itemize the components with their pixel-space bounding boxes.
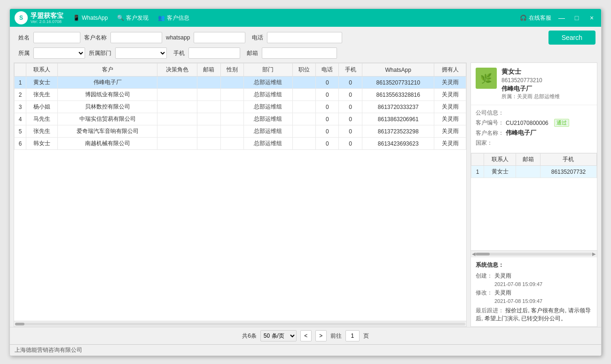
row-position (292, 101, 315, 113)
modified-label: 修改： (476, 289, 494, 297)
sidebar-scroll-track (476, 253, 592, 256)
sidebar-scrollbar[interactable]: ◀ ▶ (471, 250, 597, 257)
customer-name-input[interactable] (110, 32, 162, 43)
row-email (197, 125, 220, 138)
row-email (197, 138, 220, 150)
table-row[interactable]: 1 黄女士 伟峰电子厂 总部运维组 0 0 86135207731210 关灵雨 (15, 77, 466, 89)
whatsapp-label: whatsapp (166, 34, 190, 41)
modified-date: 2021-07-08 15:09:47 (494, 298, 592, 304)
customer-name-label: 客户名称 (84, 34, 107, 42)
contact-col-mobile: 手机 (540, 154, 596, 166)
row-gender (220, 77, 243, 89)
row-whatsapp: 86135207731210 (362, 77, 434, 89)
table-horizontal-scrollbar[interactable] (14, 321, 466, 326)
contact-sub-table: 联系人 邮箱 手机 1 黄女士 86135207732 (471, 153, 597, 178)
logo-area: S 孚盟获客宝 Ver: 2.0.16.0708 (15, 11, 63, 24)
table-row[interactable]: 6 韩女士 南越机械有限公司 总部运维组 0 0 8613423693623 关… (15, 138, 466, 150)
next-page-button[interactable]: > (315, 330, 327, 341)
row-dept: 总部运维组 (244, 77, 292, 89)
belong-select[interactable] (33, 47, 85, 59)
nav-customer-info[interactable]: 👥 客户信息 (158, 14, 189, 22)
row-customer[interactable]: 南越机械有限公司 (58, 138, 157, 150)
row-customer[interactable]: 伟峰电子厂 (58, 77, 157, 89)
minimize-button[interactable]: — (557, 13, 566, 23)
table-row[interactable]: 3 杨小姐 贝林数控有限公司 总部运维组 0 0 8613720333237 关… (15, 101, 466, 113)
row-phone: 0 (316, 138, 339, 150)
footer-area: 共6条 50 条/页 10 条/页 20 条/页 100 条/页 < > 前往 … (10, 327, 601, 344)
col-num (15, 63, 26, 77)
row-mobile: 0 (339, 89, 362, 101)
scroll-left-icon[interactable]: ◀ (472, 251, 476, 256)
table-row[interactable]: 2 张先生 博园纸业有限公司 总部运维组 0 0 86135563328816 … (15, 89, 466, 101)
row-position (292, 77, 315, 89)
mobile-input[interactable] (188, 47, 240, 59)
contact-name: 黄女士 (484, 166, 516, 178)
prev-page-button[interactable]: < (300, 330, 312, 341)
nav-whatsapp[interactable]: 📱 WhatsApp (73, 15, 108, 21)
app-title: 孚盟获客宝 (31, 12, 63, 20)
whatsapp-input[interactable] (194, 32, 245, 43)
nav-menu: 📱 WhatsApp 🔍 客户发现 👥 客户信息 (73, 14, 189, 22)
profile-dept: 所属：关灵雨 总部运维维 (501, 93, 592, 100)
company-info-title: 公司信息： (476, 109, 504, 117)
row-num: 4 (15, 113, 26, 125)
department-select[interactable] (115, 47, 167, 59)
table-row[interactable]: 4 马先生 中瑞实信贸易有限公司 总部运维组 0 0 8613863206961… (15, 113, 466, 125)
row-customer[interactable]: 爱奇瑞汽车音响有限公司 (58, 125, 157, 138)
row-role (157, 125, 197, 138)
row-mobile: 0 (339, 101, 362, 113)
created-label: 创建： (476, 272, 494, 280)
row-role (157, 113, 197, 125)
row-customer[interactable]: 贝林数控有限公司 (58, 101, 157, 113)
online-service[interactable]: 🎧 在线客服 (520, 14, 551, 22)
email-label: 邮箱 (244, 49, 258, 57)
contact-table-row[interactable]: 1 黄女士 86135207732 (471, 166, 597, 178)
scroll-thumb (15, 323, 24, 325)
sidebar: 🌿 黄女士 8613520773210 伟峰电子厂 所属：关灵雨 总部运维维 公… (470, 62, 597, 327)
row-email (197, 89, 220, 101)
row-num: 5 (15, 125, 26, 138)
maximize-button[interactable]: □ (572, 13, 581, 23)
mobile-label: 手机 (171, 49, 185, 57)
customer-name-row: 客户名称： 伟峰电子厂 (476, 129, 592, 137)
status-bar: 上海德能营销咨询有限公司 (10, 344, 601, 356)
row-num: 6 (15, 138, 26, 150)
scroll-right-icon[interactable]: ▶ (592, 251, 596, 256)
col-role: 决策角色 (157, 63, 197, 77)
row-email (197, 77, 220, 89)
table-row[interactable]: 5 张先生 爱奇瑞汽车音响有限公司 总部运维组 0 0 861372352329… (15, 125, 466, 138)
col-contact: 联系人 (26, 63, 58, 77)
titlebar-controls: 🎧 在线客服 — □ × (520, 13, 596, 23)
table-wrapper[interactable]: 联系人 客户 决策角色 邮箱 性别 部门 职位 电话 手机 WhatsApp 拥 (14, 63, 466, 321)
close-button[interactable]: × (587, 13, 596, 23)
phone-input[interactable] (267, 32, 342, 43)
whatsapp-icon: 📱 (73, 15, 80, 21)
titlebar: S 孚盟获客宝 Ver: 2.0.16.0708 📱 WhatsApp 🔍 客户… (10, 9, 601, 27)
email-input[interactable] (262, 47, 337, 59)
customer-name-sidebar-value: 伟峰电子厂 (506, 129, 536, 137)
name-input[interactable] (33, 32, 80, 43)
nav-customer-discovery[interactable]: 🔍 客户发现 (117, 14, 149, 22)
row-num: 1 (15, 77, 26, 89)
row-contact: 黄女士 (26, 77, 58, 89)
row-position (292, 113, 315, 125)
row-position (292, 89, 315, 101)
logo-text: 孚盟获客宝 Ver: 2.0.16.0708 (31, 12, 63, 24)
main-content: 姓名 客户名称 whatsapp 电话 Search 所属 所属部门 手机 邮箱 (10, 27, 601, 344)
per-page-select[interactable]: 50 条/页 10 条/页 20 条/页 100 条/页 (260, 330, 297, 341)
search-bar: 姓名 客户名称 whatsapp 电话 Search 所属 所属部门 手机 邮箱 (10, 27, 601, 62)
row-customer[interactable]: 中瑞实信贸易有限公司 (58, 113, 157, 125)
contact-mobile: 86135207732 (540, 166, 596, 178)
row-gender (220, 138, 243, 150)
contact-col-name: 联系人 (484, 154, 516, 166)
page-number-input[interactable] (345, 330, 360, 341)
customer-no-label: 客户编号： (476, 119, 504, 127)
customer-no-row: 客户编号： CU21070800006 通过 (476, 119, 592, 127)
logo-icon: S (15, 11, 28, 24)
row-customer[interactable]: 博园纸业有限公司 (58, 89, 157, 101)
search-button[interactable]: Search (548, 31, 595, 45)
row-whatsapp: 8613720333237 (362, 101, 434, 113)
row-mobile: 0 (339, 77, 362, 89)
search-row-1: 姓名 客户名称 whatsapp 电话 Search (16, 31, 595, 45)
row-email (197, 113, 220, 125)
